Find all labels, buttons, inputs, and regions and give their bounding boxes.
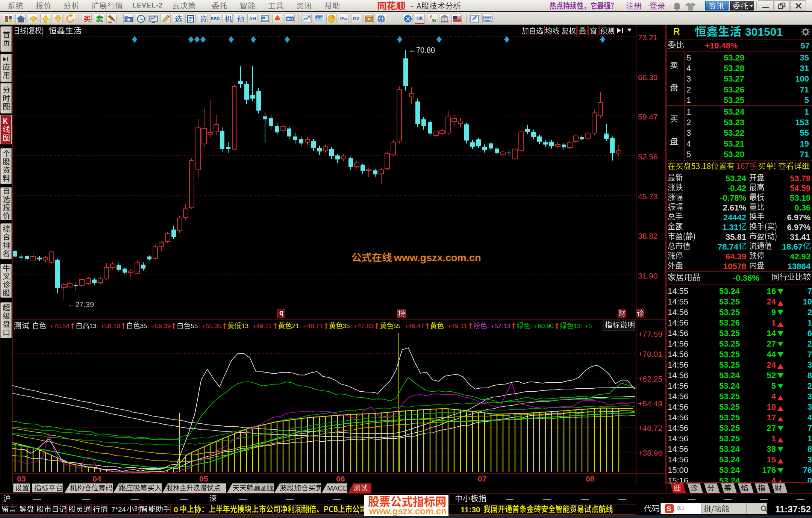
- svg-text:$€: $€: [432, 18, 436, 23]
- svg-text:IPO: IPO: [287, 17, 293, 21]
- svg-text:HOT: HOT: [275, 20, 281, 23]
